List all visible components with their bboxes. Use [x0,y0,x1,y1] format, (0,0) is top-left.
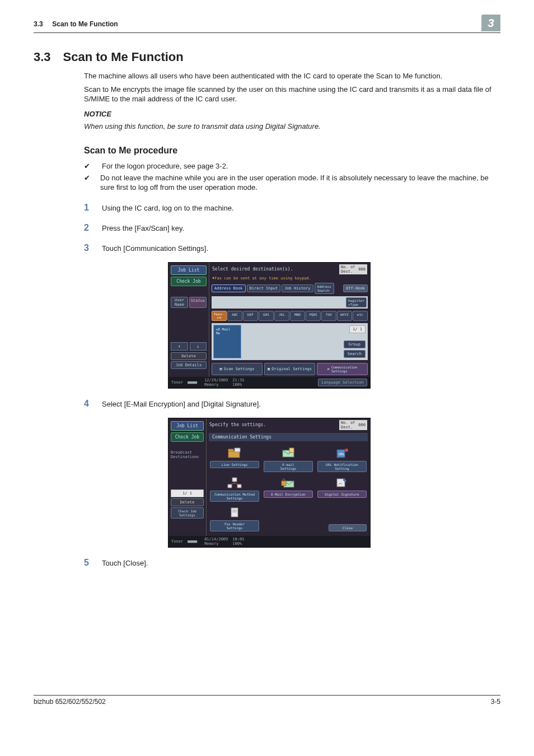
tab-address-book[interactable]: Address Book [212,284,246,292]
chapter-badge: 3 [481,15,500,31]
printer-panel-1: Job List Check Job UserName Status ↑ ↓ D… [168,262,371,389]
status-bar: Toner ■■■■■ 12/29/2009 Memory 21:35 100% [168,377,370,388]
svg-rect-4 [289,448,294,452]
step-text: Touch [Communication Settings]. [102,243,208,253]
svg-point-7 [345,449,348,452]
broadcast-label: Broadcast Destinations [171,450,204,459]
scroll-arrows: ↑ ↓ [171,342,207,351]
check-job-button[interactable]: Check Job [171,432,204,442]
strip: Register +Type [212,296,368,309]
step-num: 5 [84,558,92,568]
check-job-button[interactable]: Check Job [171,277,207,286]
register-type-button[interactable]: Register +Type [346,297,367,307]
status-date: 12/29/2009 [204,378,228,382]
screenshot-comm-settings: Job List Check Job Broadcast Destination… [168,418,500,548]
status-memory-label: Memory [204,542,218,546]
section-heading: Scan to Me Function [63,50,184,64]
group-button[interactable]: Group [344,340,366,348]
communication-settings-button[interactable]: ⇄ Communication Settings [317,363,368,375]
status-bar: Toner ■■■■■ 01/14/2009 Memory 10:05 100% [168,536,370,547]
page-header: 3.3 Scan to Me Function 3 [34,20,500,33]
status-button[interactable]: Status [189,297,207,308]
email-settings-button[interactable]: E-mail Settings [264,461,313,472]
alpha-abc[interactable]: ABC [227,311,242,321]
body: The machine allows all users who have be… [84,71,500,568]
tab-address-search[interactable]: Address Search [315,283,334,294]
email-encryption-cell: E-Mail Encryption [264,477,313,502]
tab-job-history[interactable]: Job History [282,284,313,292]
check-item-2: ✔ Do not leave the machine while you are… [84,173,500,193]
alpha-def[interactable]: DEF [243,311,258,321]
close-cell: Close [317,506,367,531]
step-3: 3 Touch [Communication Settings]. [84,243,500,253]
tab-direct-input[interactable]: Direct Input [247,284,281,292]
delete-button[interactable]: Delete [171,352,207,360]
close-button[interactable]: Close [329,524,367,531]
job-list-button[interactable]: Job List [171,421,204,431]
alpha-wxyz[interactable]: WXYZ [337,311,352,321]
step-4: 4 Select [E-Mail Encryption] and [Digita… [84,399,500,409]
intro-para-2: Scan to Me encrypts the image file scann… [84,85,500,104]
comm-settings-title: Communication Settings [209,433,368,441]
document-icon: ▤ [219,367,222,371]
info-text: Specify the settings. [209,422,266,427]
alpha-jkl[interactable]: JKL [274,311,289,321]
alpha-mno[interactable]: MNO [290,311,305,321]
fax-header-button[interactable]: Fax Header Settings [210,520,259,531]
original-settings-button[interactable]: ▦ Original Settings [264,363,315,375]
sidebar: Job List Check Job Broadcast Destination… [168,418,207,536]
delete-button[interactable]: Delete [171,498,204,506]
email-encryption-button[interactable]: E-Mail Encryption [264,491,313,498]
document-icon [227,506,242,519]
fax-header-cell: Fax Header Settings [210,506,259,531]
url-icon: URL [334,447,350,459]
step-1: 1 Using the IC card, log on to the machi… [84,203,500,213]
digital-signature-button[interactable]: Digital Signature [317,491,367,498]
url-notification-button[interactable]: URL Notification Setting [317,461,367,472]
alpha-pqrs[interactable]: PQRS [306,311,321,321]
svg-rect-10 [237,484,241,488]
step-2: 2 Press the [Fax/Scan] key. [84,223,500,233]
language-selection-button[interactable]: Language Selection [318,379,367,386]
off-hook-button[interactable]: Off-Hook [343,284,368,292]
envelope-icon [280,447,296,459]
page-footer: bizhub 652/602/552/502 3-5 [34,695,500,706]
digital-signature-cell: Digital Signature [317,477,367,502]
alpha-ghi[interactable]: GHI [259,311,274,321]
alpha-etc[interactable]: etc [353,311,368,321]
sidebar: Job List Check Job UserName Status ↑ ↓ D… [168,263,209,377]
screenshot-address-book: Job List Check Job UserName Status ↑ ↓ D… [168,262,500,389]
step-num: 2 [84,223,92,233]
search-button[interactable]: Search [344,350,366,358]
svg-line-13 [235,483,239,484]
page-icon: ▦ [268,367,270,371]
info-bar: Select desired destination(s). No. of De… [209,263,370,276]
arrow-up-icon[interactable]: ↑ [171,342,188,351]
check-job-settings-button[interactable]: Check Job Settings [171,507,204,519]
right-buttons: Group Search [344,340,366,358]
comm-method-button[interactable]: Communication Method Settings [210,491,259,502]
step-num: 4 [84,399,92,409]
alpha-tuv[interactable]: TUV [321,311,336,321]
sub-info: ♦Fax can be sent at any time using keypa… [209,276,370,282]
footer-right: 3-5 [491,698,500,706]
line-settings-button[interactable]: Line Settings [210,461,259,468]
email-me-chip[interactable]: ✉E-Mail Me [213,325,241,358]
alpha-favorite[interactable]: Favor- ite [212,311,227,321]
alpha-row: Favor- ite ABC DEF GHI JKL MNO PQRS TUV … [209,310,370,322]
arrow-down-icon[interactable]: ↓ [190,342,207,351]
section-title: 3.3 Scan to Me Function [34,50,500,64]
intro-para-1: The machine allows all users who have be… [84,71,500,81]
user-name-label: UserName [171,297,188,308]
header-section-title: Scan to Me Function [52,20,118,28]
dest-label: No. of Dest. [341,265,355,274]
step-5: 5 Touch [Close]. [84,558,500,568]
header-section-num: 3.3 [34,20,43,28]
info-bar: Specify the settings. No. of Dest. 000 [207,418,370,432]
svg-rect-9 [228,484,232,488]
job-list-button[interactable]: Job List [171,265,207,275]
job-details-button[interactable]: Job Details [171,361,207,369]
svg-rect-2 [235,448,240,452]
subheading: Scan to Me procedure [84,146,500,156]
scan-settings-button[interactable]: ▤ Scan Settings [212,363,263,375]
